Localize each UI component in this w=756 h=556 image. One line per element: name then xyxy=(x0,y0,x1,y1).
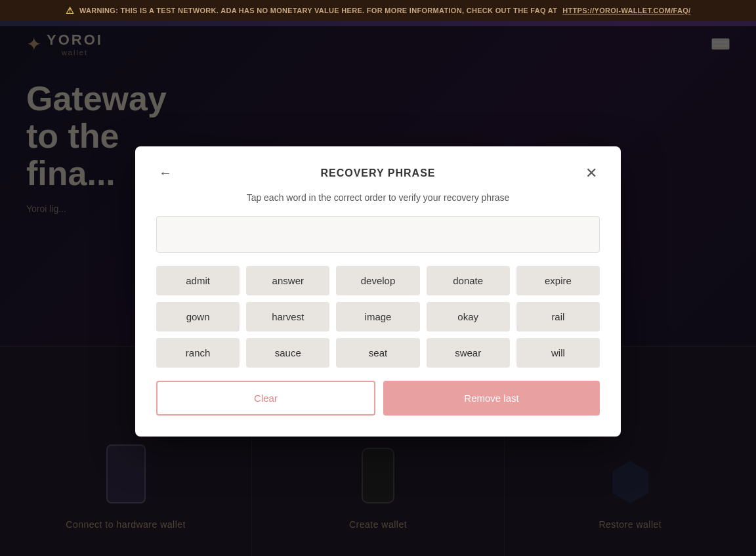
word-btn-donate[interactable]: donate xyxy=(427,266,510,295)
word-btn-seat[interactable]: seat xyxy=(336,338,419,368)
close-icon: ✕ xyxy=(585,165,597,182)
clear-button[interactable]: Clear xyxy=(156,381,375,416)
word-btn-expire[interactable]: expire xyxy=(516,266,600,295)
back-button[interactable]: ← xyxy=(156,163,175,183)
warning-banner: ⚠ WARNING: THIS IS A TEST NETWORK. ADA H… xyxy=(0,0,756,21)
recovery-phrase-modal: ← RECOVERY PHRASE ✕ Tap each word in the… xyxy=(135,146,621,437)
modal-header: ← RECOVERY PHRASE ✕ xyxy=(156,167,600,179)
word-btn-answer[interactable]: answer xyxy=(246,266,329,295)
word-btn-gown[interactable]: gown xyxy=(156,302,240,331)
word-btn-okay[interactable]: okay xyxy=(427,302,510,331)
word-btn-admit[interactable]: admit xyxy=(156,266,240,295)
word-btn-harvest[interactable]: harvest xyxy=(246,302,329,331)
modal-title: RECOVERY PHRASE xyxy=(320,167,435,179)
word-btn-ranch[interactable]: ranch xyxy=(156,338,240,368)
word-btn-swear[interactable]: swear xyxy=(427,338,510,368)
back-arrow-icon: ← xyxy=(159,165,172,181)
close-button[interactable]: ✕ xyxy=(583,162,600,184)
word-btn-will[interactable]: will xyxy=(516,338,600,368)
warning-icon: ⚠ xyxy=(66,5,74,16)
phrase-input-area[interactable] xyxy=(156,216,600,253)
word-grid: admit answer develop donate expire gown … xyxy=(156,266,600,368)
warning-text: WARNING: THIS IS A TEST NETWORK. ADA HAS… xyxy=(79,7,557,14)
word-btn-develop[interactable]: develop xyxy=(336,266,419,295)
modal-overlay: ← RECOVERY PHRASE ✕ Tap each word in the… xyxy=(0,26,756,556)
warning-link[interactable]: HTTPS://YOROI-WALLET.COM/FAQ/ xyxy=(562,7,690,14)
remove-last-button[interactable]: Remove last xyxy=(383,381,600,416)
word-btn-image[interactable]: image xyxy=(336,302,419,331)
word-btn-sauce[interactable]: sauce xyxy=(246,338,329,368)
modal-instruction: Tap each word in the correct order to ve… xyxy=(156,192,600,203)
word-btn-rail[interactable]: rail xyxy=(516,302,600,331)
action-row: Clear Remove last xyxy=(156,381,600,416)
